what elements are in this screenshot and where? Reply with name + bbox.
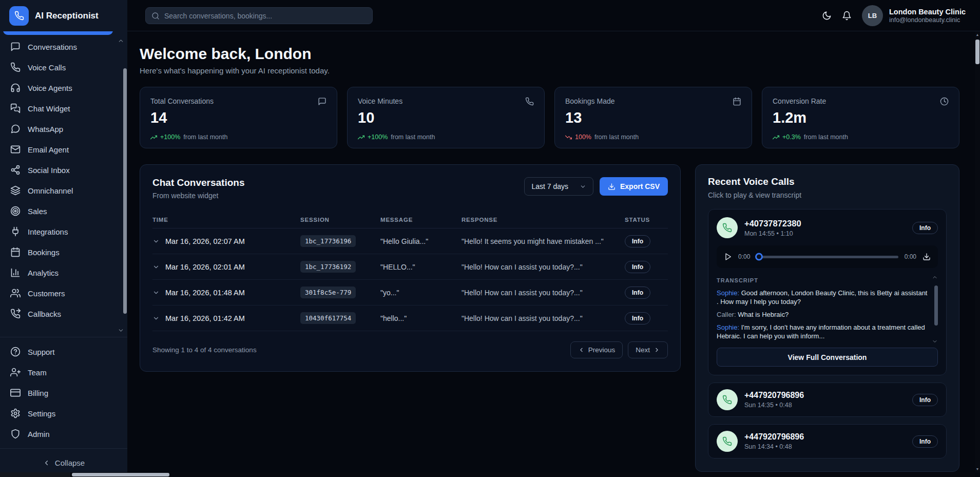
sidebar-item-settings[interactable]: Settings xyxy=(0,403,127,424)
play-icon[interactable] xyxy=(724,253,732,261)
sidebar-item-chat-widget[interactable]: Chat Widget xyxy=(0,98,127,119)
call-list-item[interactable]: +447920796896 Sun 14:35 • 0:48 Info xyxy=(708,383,947,417)
page-horizontal-scrollbar[interactable] xyxy=(0,472,975,477)
sidebar-item-support[interactable]: Support xyxy=(0,341,127,362)
sidebar-item-label: Voice Calls xyxy=(28,63,66,72)
sidebar-item-billing[interactable]: Billing xyxy=(0,383,127,403)
sidebar-item-bookings[interactable]: Bookings xyxy=(0,242,127,262)
info-button[interactable]: Info xyxy=(912,394,938,406)
info-button[interactable]: Info xyxy=(625,287,650,299)
sidebar-item-voice-calls[interactable]: Voice Calls xyxy=(0,57,127,78)
chevron-down-icon xyxy=(580,183,586,190)
search-input[interactable] xyxy=(164,12,367,20)
sidebar-item-label: Callbacks xyxy=(28,310,61,318)
scroll-up-arrow-icon[interactable]: ▲ xyxy=(975,33,980,36)
sidebar-item-customers[interactable]: Customers xyxy=(0,283,127,303)
transcript-lines[interactable]: Sophie: Good afternoon, London Beauty Cl… xyxy=(717,289,930,340)
session-badge: 1bc_17736196 xyxy=(300,235,356,247)
sidebar-item-admin[interactable]: Admin xyxy=(0,424,127,444)
duration: 0:00 xyxy=(905,253,916,260)
speaker-name: Caller: xyxy=(717,311,736,318)
chevron-down-icon[interactable] xyxy=(932,338,938,345)
stat-trend-note: from last month xyxy=(183,133,227,141)
audio-player: 0:00 0:00 xyxy=(717,245,938,268)
chevron-down-icon[interactable] xyxy=(152,238,160,245)
bar-chart-icon xyxy=(10,268,21,278)
page-vertical-scrollbar[interactable]: ▲ ▼ xyxy=(975,31,980,472)
pagination-summary: Showing 1 to 4 of 4 conversations xyxy=(152,346,257,354)
scroll-down-arrow-icon[interactable]: ▼ xyxy=(975,467,980,471)
row-message: "hello..." xyxy=(380,314,462,322)
table-row[interactable]: Mar 16, 2026, 01:42 AM 10430f617754 "hel… xyxy=(152,306,668,331)
info-button[interactable]: Info xyxy=(912,222,938,234)
row-message: "HELLO..." xyxy=(380,263,462,271)
stats-row: Total Conversations 14 +100% from last m… xyxy=(140,87,959,148)
sidebar-item-label: Voice Agents xyxy=(28,84,72,92)
headphones-icon xyxy=(10,83,21,93)
stat-trend-note: from last month xyxy=(804,133,848,141)
seek-slider[interactable] xyxy=(756,256,898,258)
sidebar-item-label: Social Inbox xyxy=(28,166,70,175)
sidebar-item-label: Team xyxy=(28,368,47,377)
table-header: TIME SESSION MESSAGE RESPONSE STATUS xyxy=(152,211,668,228)
info-button[interactable]: Info xyxy=(625,261,650,273)
table-row[interactable]: Mar 16, 2026, 02:01 AM 1bc_17736192 "HEL… xyxy=(152,254,668,280)
sidebar-item-email-agent[interactable]: Email Agent xyxy=(0,139,127,160)
table-row[interactable]: Mar 16, 2026, 01:48 AM 301f8c5e-779 "yo.… xyxy=(152,280,668,306)
sidebar-item-conversations[interactable]: Conversations xyxy=(0,36,127,57)
call-meta: Sun 14:35 • 0:48 xyxy=(744,402,906,409)
sidebar-item-label: Conversations xyxy=(28,43,77,51)
sidebar-item-omnichannel[interactable]: Omnichannel xyxy=(0,180,127,201)
chevron-down-icon[interactable] xyxy=(118,327,124,334)
download-icon[interactable] xyxy=(923,253,931,261)
sidebar-item-whatsapp[interactable]: WhatsApp xyxy=(0,119,127,139)
stat-card-voice-minutes: Voice Minutes 10 +100% from last month xyxy=(347,87,545,148)
chevron-down-icon[interactable] xyxy=(152,263,160,271)
chevron-down-icon[interactable] xyxy=(152,315,160,322)
vertical-scrollbar-thumb[interactable] xyxy=(975,40,979,64)
account-menu[interactable]: LB London Beauty Clinic info@londonbeaut… xyxy=(862,5,966,26)
sidebar-item-analytics[interactable]: Analytics xyxy=(0,262,127,283)
sidebar-scrollbar-thumb[interactable] xyxy=(123,68,127,314)
chevron-up-icon[interactable] xyxy=(932,274,938,280)
transcript-scrollbar-thumb[interactable] xyxy=(934,285,938,326)
sidebar-item-voice-agents[interactable]: Voice Agents xyxy=(0,78,127,98)
speaker-name: Sophie: xyxy=(717,323,739,331)
moon-icon[interactable] xyxy=(822,11,832,21)
info-button[interactable]: Info xyxy=(625,235,650,247)
mail-icon xyxy=(10,144,21,155)
chevron-up-icon[interactable] xyxy=(118,37,124,44)
slider-thumb[interactable] xyxy=(755,253,763,261)
previous-button[interactable]: Previous xyxy=(570,341,623,358)
call-meta: Sun 14:34 • 0:48 xyxy=(744,443,906,450)
date-range-value: Last 7 days xyxy=(531,182,568,190)
horizontal-scrollbar-thumb[interactable] xyxy=(72,473,169,476)
row-time: Mar 16, 2026, 01:48 AM xyxy=(165,289,245,297)
conversations-title: Chat Conversations xyxy=(152,177,244,188)
call-list-item[interactable]: +447920796896 Sun 14:34 • 0:48 Info xyxy=(708,424,947,459)
sidebar-item-sales[interactable]: Sales xyxy=(0,201,127,221)
sidebar-item-social-inbox[interactable]: Social Inbox xyxy=(0,160,127,180)
users-icon xyxy=(10,288,21,298)
sidebar-item-callbacks[interactable]: Callbacks xyxy=(0,303,127,324)
stat-label: Bookings Made xyxy=(565,97,615,105)
chevron-down-icon[interactable] xyxy=(152,289,160,296)
info-button[interactable]: Info xyxy=(625,312,650,325)
global-search[interactable] xyxy=(145,7,373,24)
view-full-conversation-button[interactable]: View Full Conversation xyxy=(717,348,938,367)
sidebar-item-label: Customers xyxy=(28,289,65,298)
sidebar-item-team[interactable]: Team xyxy=(0,362,127,383)
bell-icon[interactable] xyxy=(842,11,852,21)
row-response: "Hello! How can I assist you today?..." xyxy=(462,314,625,322)
call-number: +447920796896 xyxy=(744,391,906,400)
export-csv-button[interactable]: Export CSV xyxy=(600,177,668,196)
table-row[interactable]: Mar 16, 2026, 02:07 AM 1bc_17736196 "Hel… xyxy=(152,228,668,254)
chevron-left-icon xyxy=(43,459,50,467)
avatar[interactable]: LB xyxy=(862,5,883,26)
date-range-select[interactable]: Last 7 days xyxy=(524,177,593,196)
session-badge: 10430f617754 xyxy=(300,312,356,324)
next-button[interactable]: Next xyxy=(628,341,668,358)
sidebar-item-integrations[interactable]: Integrations xyxy=(0,221,127,242)
row-response: "Hello! It seems you might have mistaken… xyxy=(462,237,625,245)
info-button[interactable]: Info xyxy=(912,435,938,448)
